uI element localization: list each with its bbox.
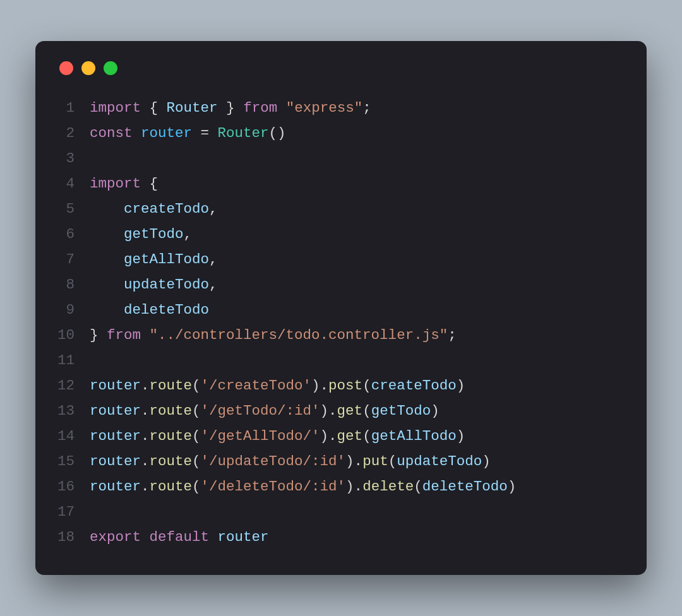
code-token: put xyxy=(362,453,388,470)
code-token: ) xyxy=(482,453,491,470)
code-token: ). xyxy=(311,377,328,394)
code-token: ). xyxy=(320,428,337,444)
line-number: 12 xyxy=(57,373,90,398)
code-token: get xyxy=(337,403,363,419)
code-token: route xyxy=(150,377,193,394)
line-content xyxy=(90,348,625,373)
code-window: 1import { Router } from "express";2const… xyxy=(35,41,647,576)
code-token: getAllTodo xyxy=(371,428,457,444)
code-token: ) xyxy=(457,428,465,444)
code-line: 15router.route('/updateTodo/:id').put(up… xyxy=(57,449,625,474)
code-token: Router xyxy=(218,125,269,141)
code-token: { xyxy=(150,100,159,116)
line-number: 14 xyxy=(57,424,90,449)
code-line: 2const router = Router() xyxy=(57,121,625,146)
code-token: router xyxy=(90,428,141,444)
code-block: 1import { Router } from "express";2const… xyxy=(57,95,625,550)
code-line: 7 getAllTodo, xyxy=(57,247,625,272)
code-token: ( xyxy=(362,377,371,394)
code-token: Router xyxy=(167,100,218,116)
code-token: router xyxy=(218,529,269,545)
line-number: 13 xyxy=(57,398,90,424)
code-token: default xyxy=(150,529,210,545)
code-token: createTodo xyxy=(124,201,209,217)
code-line: 11 xyxy=(57,348,625,373)
close-icon[interactable] xyxy=(59,61,73,75)
code-token xyxy=(90,201,124,217)
code-token: ( xyxy=(192,377,201,394)
line-content: router.route('/deleteTodo/:id').delete(d… xyxy=(90,474,625,499)
code-token: '/getAllTodo/' xyxy=(201,428,320,444)
code-token: getTodo xyxy=(124,226,184,242)
code-token: . xyxy=(141,403,150,419)
code-token: router xyxy=(141,125,192,141)
line-content: export default router xyxy=(90,524,625,550)
line-content xyxy=(90,146,625,171)
code-token: route xyxy=(150,478,193,495)
code-token xyxy=(99,327,107,343)
code-line: 9 deleteTodo xyxy=(57,297,625,323)
code-token: . xyxy=(141,377,150,394)
line-number: 9 xyxy=(57,297,90,323)
code-token: "../controllers/todo.controller.js" xyxy=(150,327,448,343)
code-token xyxy=(90,226,124,242)
code-token: router xyxy=(90,403,141,419)
code-token: ). xyxy=(345,478,362,495)
code-line: 1import { Router } from "express"; xyxy=(57,95,625,121)
code-line: 10} from "../controllers/todo.controller… xyxy=(57,323,625,348)
code-token: route xyxy=(150,403,193,419)
code-token: "express" xyxy=(286,100,363,116)
line-number: 4 xyxy=(57,171,90,196)
line-content: router.route('/getTodo/:id').get(getTodo… xyxy=(90,398,625,424)
line-content: getTodo, xyxy=(90,222,625,247)
line-content: } from "../controllers/todo.controller.j… xyxy=(90,323,625,348)
code-token: from xyxy=(107,327,141,343)
line-content: import { Router } from "express"; xyxy=(90,95,625,121)
code-token: getAllTodo xyxy=(124,251,209,268)
code-token xyxy=(158,100,167,116)
code-token xyxy=(90,251,124,268)
window-traffic-lights xyxy=(57,57,625,95)
code-token: = xyxy=(192,125,218,141)
code-token: getTodo xyxy=(371,403,431,419)
code-token: } xyxy=(90,327,99,343)
code-token: ( xyxy=(414,478,422,495)
code-line: 17 xyxy=(57,499,625,524)
code-token xyxy=(141,175,150,192)
line-content: updateTodo, xyxy=(90,272,625,297)
zoom-icon[interactable] xyxy=(104,61,117,75)
line-number: 10 xyxy=(57,323,90,348)
code-token: route xyxy=(150,453,193,470)
code-token: delete xyxy=(362,478,414,495)
code-line: 5 createTodo, xyxy=(57,196,625,222)
code-token: ( xyxy=(362,428,371,444)
line-number: 17 xyxy=(57,499,90,524)
code-line: 12router.route('/createTodo').post(creat… xyxy=(57,373,625,398)
code-token: from xyxy=(243,100,277,116)
code-token xyxy=(141,100,150,116)
code-token: export xyxy=(90,529,141,545)
code-token: router xyxy=(90,478,141,495)
line-content: createTodo, xyxy=(90,196,625,222)
code-token: router xyxy=(90,377,141,394)
line-number: 8 xyxy=(57,272,90,297)
code-token: updateTodo xyxy=(397,453,482,470)
code-token: createTodo xyxy=(371,377,457,394)
code-token: ) xyxy=(431,403,440,419)
line-number: 18 xyxy=(57,524,90,550)
line-content: getAllTodo, xyxy=(90,247,625,272)
line-number: 15 xyxy=(57,449,90,474)
code-token: , xyxy=(209,276,218,293)
code-token: } xyxy=(226,100,235,116)
code-token: '/createTodo' xyxy=(201,377,312,394)
code-token xyxy=(90,302,124,318)
line-number: 11 xyxy=(57,348,90,373)
minimize-icon[interactable] xyxy=(81,61,95,75)
code-token: , xyxy=(209,251,218,268)
code-token: '/getTodo/:id' xyxy=(201,403,320,419)
code-token: . xyxy=(141,478,150,495)
line-number: 16 xyxy=(57,474,90,499)
code-token: const xyxy=(90,125,133,141)
code-token: ( xyxy=(192,478,201,495)
code-token: ( xyxy=(362,403,371,419)
